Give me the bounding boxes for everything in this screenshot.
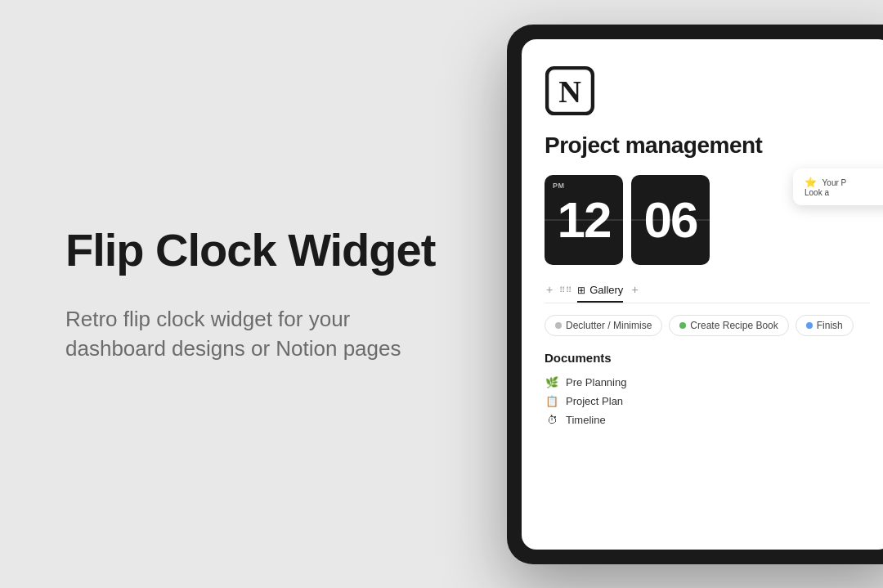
pill-label-2: Finish [817,320,843,331]
doc-item-0[interactable]: 🌿 Pre Planning [545,373,870,392]
notification-line1: Your P [822,178,847,187]
filter-pills-row: Declutter / Minimise Create Recipe Book … [545,315,870,336]
doc-label-1: Project Plan [566,395,623,407]
pill-label-0: Declutter / Minimise [566,320,652,331]
left-panel: Flip Clock Widget Retro flip clock widge… [65,224,435,363]
pill-dot-2 [806,322,813,329]
notification-card: ⭐ Your P Look a [793,168,883,205]
notion-content: N Project management PM 12 06 [522,39,883,550]
doc-label-2: Timeline [566,414,606,426]
documents-title: Documents [545,351,870,365]
gallery-tab-label: Gallery [589,284,623,296]
doc-item-1[interactable]: 📋 Project Plan [545,392,870,411]
filter-pill-2[interactable]: Finish [796,315,854,336]
svg-text:N: N [558,74,581,109]
tab-grid-icon: ⠿⠿ [559,285,572,294]
tablet-mockup: N Project management PM 12 06 [507,25,883,564]
gallery-tabs-bar: + ⠿⠿ ⊞ Gallery + [545,283,870,303]
flip-minutes-card: 06 [631,175,710,265]
tab-add-before-icon[interactable]: + [545,283,554,296]
tablet-screen: N Project management PM 12 06 [522,39,883,550]
notion-page-title: Project management [545,132,870,159]
tab-add-after-icon[interactable]: + [631,283,638,296]
filter-pill-1[interactable]: Create Recipe Book [669,315,788,336]
flip-pm-label: PM [553,182,565,190]
flip-hours-digit: 12 [558,195,611,245]
flip-hours-card: PM 12 [545,175,623,265]
documents-section: Documents 🌿 Pre Planning 📋 Project Plan … [545,351,870,429]
pill-label-1: Create Recipe Book [690,320,778,331]
doc-item-2[interactable]: ⏱ Timeline [545,411,870,429]
notification-line2: Look a [805,188,829,197]
page-title: Flip Clock Widget [65,224,435,275]
pill-dot-0 [555,322,562,329]
gallery-view-icon: ⊞ [577,285,585,296]
doc-label-0: Pre Planning [566,376,626,388]
notification-star-icon: ⭐ [805,177,817,188]
flip-minutes-digit: 06 [644,195,697,245]
doc-icon-1: 📋 [545,395,559,407]
page-subtitle: Retro flip clock widget for your dashboa… [65,304,417,364]
doc-icon-0: 🌿 [545,376,559,388]
notion-logo: N [545,65,595,116]
filter-pill-0[interactable]: Declutter / Minimise [545,315,662,336]
doc-icon-2: ⏱ [545,414,559,426]
pill-dot-1 [679,322,686,329]
gallery-tab[interactable]: ⊞ Gallery [577,284,623,303]
tablet-frame: N Project management PM 12 06 [507,25,883,564]
